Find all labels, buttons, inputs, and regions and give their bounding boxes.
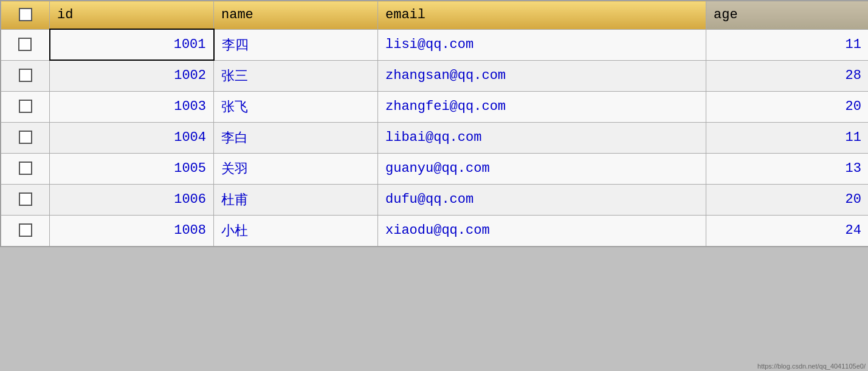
row-name: 杜甫: [214, 184, 378, 215]
row-checkbox[interactable]: [19, 223, 32, 237]
row-name: 小杜: [214, 215, 378, 246]
table-row[interactable]: 1004李白libai@qq.com11: [1, 122, 869, 153]
table-body: 1001李四lisi@qq.com111002张三zhangsan@qq.com…: [1, 29, 869, 246]
table-row[interactable]: 1005关羽guanyu@qq.com13: [1, 153, 869, 184]
row-age: 28: [706, 60, 869, 91]
header-id[interactable]: id: [50, 1, 214, 30]
row-name: 李白: [214, 122, 378, 153]
row-age: 24: [706, 215, 869, 246]
row-checkbox[interactable]: [19, 69, 32, 82]
row-checkbox[interactable]: [19, 192, 32, 206]
row-email: lisi@qq.com: [378, 29, 706, 60]
row-id: 1003: [50, 91, 214, 122]
header-age[interactable]: age: [706, 1, 869, 30]
table-header-row: id name email age: [1, 1, 869, 30]
row-checkbox-cell[interactable]: [1, 60, 50, 91]
row-age: 20: [706, 184, 869, 215]
row-email: libai@qq.com: [378, 122, 706, 153]
row-checkbox-cell[interactable]: [1, 91, 50, 122]
row-email: dufu@qq.com: [378, 184, 706, 215]
row-id: 1002: [50, 60, 214, 91]
row-age: 20: [706, 91, 869, 122]
row-age: 13: [706, 153, 869, 184]
table-row[interactable]: 1006杜甫dufu@qq.com20: [1, 184, 869, 215]
row-checkbox-cell[interactable]: [1, 184, 50, 215]
row-name: 张三: [214, 60, 378, 91]
row-id: 1001: [50, 29, 214, 60]
row-email: zhangfei@qq.com: [378, 91, 706, 122]
table-row[interactable]: 1003张飞zhangfei@qq.com20: [1, 91, 869, 122]
row-email: zhangsan@qq.com: [378, 60, 706, 91]
row-age: 11: [706, 29, 869, 60]
row-email: guanyu@qq.com: [378, 153, 706, 184]
table-row[interactable]: 1002张三zhangsan@qq.com28: [1, 60, 869, 91]
row-name: 张飞: [214, 91, 378, 122]
row-checkbox-cell[interactable]: [1, 29, 50, 60]
row-checkbox-cell[interactable]: [1, 153, 50, 184]
row-id: 1004: [50, 122, 214, 153]
watermark-text: https://blog.csdn.net/qq_4041105e0/: [757, 362, 866, 370]
row-age: 11: [706, 122, 869, 153]
row-id: 1005: [50, 153, 214, 184]
row-checkbox[interactable]: [19, 162, 32, 175]
table-row[interactable]: 1001李四lisi@qq.com11: [1, 29, 869, 60]
data-table: id name email age 1001李四lisi@qq.com11100…: [1, 1, 868, 247]
row-id: 1006: [50, 184, 214, 215]
header-checkbox-cell[interactable]: [1, 1, 50, 30]
header-checkbox[interactable]: [19, 8, 32, 21]
row-checkbox-cell[interactable]: [1, 215, 50, 246]
header-email[interactable]: email: [378, 1, 706, 30]
row-name: 李四: [214, 29, 378, 60]
row-checkbox[interactable]: [19, 100, 32, 113]
row-email: xiaodu@qq.com: [378, 215, 706, 246]
row-checkbox[interactable]: [18, 38, 32, 51]
header-name[interactable]: name: [214, 1, 378, 30]
row-checkbox-cell[interactable]: [1, 122, 50, 153]
row-id: 1008: [50, 215, 214, 246]
data-table-container: id name email age 1001李四lisi@qq.com11100…: [0, 0, 868, 247]
row-checkbox[interactable]: [19, 131, 32, 144]
row-name: 关羽: [214, 153, 378, 184]
table-row[interactable]: 1008小杜xiaodu@qq.com24: [1, 215, 869, 246]
